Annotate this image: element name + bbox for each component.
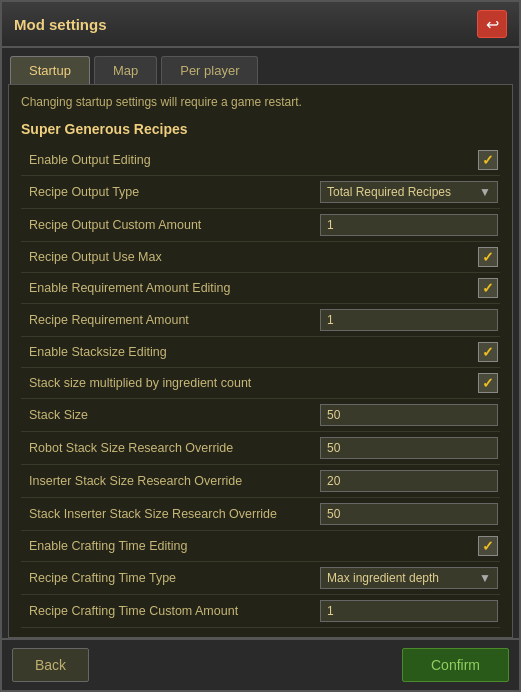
section-header: Super Generous Recipes: [21, 121, 500, 137]
setting-label: Recipe Crafting Time Custom Amount: [21, 595, 318, 628]
setting-row: Enable Crafting Time Editing: [21, 531, 500, 562]
mod-settings-window: Mod settings ↩ Startup Map Per player Ch…: [0, 0, 521, 692]
setting-control: [318, 399, 500, 432]
setting-row: Stack Inserter Stack Size Research Overr…: [21, 498, 500, 531]
setting-control: [318, 209, 500, 242]
setting-label: Inserter Stack Size Research Override: [21, 465, 318, 498]
setting-row: Enable Stacksize Editing: [21, 337, 500, 368]
input-8[interactable]: [320, 404, 498, 426]
checkbox-12[interactable]: [478, 536, 498, 556]
dropdown-value: Total Required Recipes: [327, 185, 451, 199]
title-bar: Mod settings ↩: [2, 2, 519, 48]
setting-row: Recipe Requirement Amount: [21, 304, 500, 337]
setting-row: Recipe Output TypeTotal Required Recipes…: [21, 176, 500, 209]
tab-map[interactable]: Map: [94, 56, 157, 84]
window-title: Mod settings: [14, 16, 107, 33]
setting-control: [318, 304, 500, 337]
checkbox-0[interactable]: [478, 150, 498, 170]
setting-control: [318, 595, 500, 628]
setting-control: [318, 273, 500, 304]
setting-label: Recipe Output Use Max: [21, 242, 318, 273]
setting-label: Enable Output Editing: [21, 145, 318, 176]
chevron-down-icon: ▼: [479, 185, 491, 199]
dropdown-value: Max ingredient depth: [327, 571, 439, 585]
tab-startup[interactable]: Startup: [10, 56, 90, 84]
setting-label: Recipe Output Type: [21, 176, 318, 209]
undo-icon: ↩: [486, 15, 499, 34]
setting-row: Recipe Output Use Max: [21, 242, 500, 273]
setting-control: Max ingredient depth▼: [318, 562, 500, 595]
setting-control: [318, 432, 500, 465]
input-14[interactable]: [320, 600, 498, 622]
confirm-button[interactable]: Confirm: [402, 648, 509, 682]
setting-row: Inserter Stack Size Research Override: [21, 465, 500, 498]
setting-control: [318, 242, 500, 273]
setting-control: [318, 465, 500, 498]
checkbox-3[interactable]: [478, 247, 498, 267]
setting-control: [318, 145, 500, 176]
setting-label: Recipe Requirement Amount: [21, 304, 318, 337]
dropdown-1[interactable]: Total Required Recipes▼: [320, 181, 498, 203]
input-9[interactable]: [320, 437, 498, 459]
setting-row: Enable Output Editing: [21, 145, 500, 176]
setting-row: Stack size multiplied by ingredient coun…: [21, 368, 500, 399]
checkbox-6[interactable]: [478, 342, 498, 362]
setting-control: [318, 498, 500, 531]
tab-per-player[interactable]: Per player: [161, 56, 258, 84]
tabs-bar: Startup Map Per player: [2, 48, 519, 84]
checkbox-4[interactable]: [478, 278, 498, 298]
setting-control: [318, 368, 500, 399]
setting-row: Robot Stack Size Research Override: [21, 432, 500, 465]
setting-row: Recipe Crafting Time TypeMax ingredient …: [21, 562, 500, 595]
undo-button[interactable]: ↩: [477, 10, 507, 38]
input-2[interactable]: [320, 214, 498, 236]
setting-label: Stack size multiplied by ingredient coun…: [21, 368, 318, 399]
setting-label: Stack Inserter Stack Size Research Overr…: [21, 498, 318, 531]
input-5[interactable]: [320, 309, 498, 331]
setting-label: Recipe Crafting Time Type: [21, 562, 318, 595]
setting-row: Recipe Output Custom Amount: [21, 209, 500, 242]
setting-label: Robot Stack Size Research Override: [21, 432, 318, 465]
setting-label: Stack Size: [21, 399, 318, 432]
back-button[interactable]: Back: [12, 648, 89, 682]
input-11[interactable]: [320, 503, 498, 525]
setting-row: Recipe Crafting Time Custom Amount: [21, 595, 500, 628]
dropdown-13[interactable]: Max ingredient depth▼: [320, 567, 498, 589]
setting-row: Stack Size: [21, 399, 500, 432]
content-area[interactable]: Changing startup settings will require a…: [8, 84, 513, 638]
settings-table: Enable Output EditingRecipe Output TypeT…: [21, 145, 500, 628]
setting-label: Enable Stacksize Editing: [21, 337, 318, 368]
checkbox-7[interactable]: [478, 373, 498, 393]
footer: Back Confirm: [2, 638, 519, 690]
setting-label: Enable Crafting Time Editing: [21, 531, 318, 562]
setting-control: [318, 337, 500, 368]
setting-control: Total Required Recipes▼: [318, 176, 500, 209]
restart-notice: Changing startup settings will require a…: [21, 95, 500, 109]
setting-label: Enable Requirement Amount Editing: [21, 273, 318, 304]
setting-row: Enable Requirement Amount Editing: [21, 273, 500, 304]
setting-control: [318, 531, 500, 562]
input-10[interactable]: [320, 470, 498, 492]
setting-label: Recipe Output Custom Amount: [21, 209, 318, 242]
chevron-down-icon: ▼: [479, 571, 491, 585]
